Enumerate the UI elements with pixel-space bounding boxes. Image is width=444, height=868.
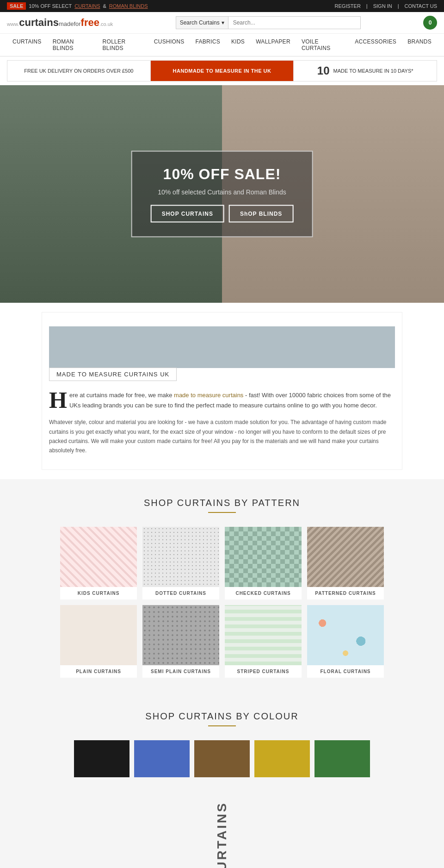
dotted-label: DOTTED CURTAINS [142,587,219,599]
floral-label: FLORAL CURTAINS [307,665,384,678]
colour-yellow[interactable] [254,740,310,777]
top-curtains-link[interactable]: CURTAINS [74,3,100,9]
nav-fabrics[interactable]: FABRICS [190,34,225,50]
shop-colour-title: SHOP CURTAINS BY COLOUR [9,711,435,722]
floral-swatch [307,605,384,665]
logo-www: www. [7,21,19,27]
hero-title: 10% OFF SALE! [151,166,294,183]
content-banner-image [49,326,395,368]
curtains-column: CURTAINS [183,800,261,868]
header: www.curtainsmadeforfree.co.uk Search Cur… [0,12,444,34]
shop-curtains-button[interactable]: SHOP CURTAINS [151,205,224,223]
striped-label: STRIPED CURTAINS [225,665,302,678]
measure-banner: 10 MADE TO MEASURE IN 10 DAYS* [294,61,437,81]
content-body: MADE TO MEASURE CURTAINS UK H ere at cur… [49,368,395,456]
content-paragraph1: H ere at curtains made for free, we make… [49,390,395,411]
nav-voile-curtains[interactable]: VOILE CURTAINS [296,34,349,56]
search-dropdown[interactable]: Search Curtains ▾ [176,16,228,29]
logo[interactable]: www.curtainsmadeforfree.co.uk [7,17,113,29]
striped-swatch [225,605,302,665]
pattern-semi[interactable]: SEMI PLAIN CURTAINS [142,605,219,678]
pattern-patterned[interactable]: PATTERNED CURTAINS [307,527,384,599]
nav-roller-blinds[interactable]: ROLLER BLINDS [97,34,148,56]
contact-link[interactable]: CONTACT US [405,3,438,9]
register-link[interactable]: REGISTER [335,3,361,9]
shop-pattern-title: SHOP CURTAINS BY PATTERN [9,498,435,508]
pattern-striped[interactable]: STRIPED CURTAINS [225,605,302,678]
main-nav: CURTAINS ROMAN BLINDS ROLLER BLINDS CUSH… [0,34,444,56]
colour-divider [208,725,236,726]
section-divider [208,512,236,513]
cart-count: 0 [429,19,432,26]
semi-label: SEMI PLAIN CURTAINS [142,665,219,678]
shop-pattern-section: SHOP CURTAINS BY PATTERN KIDS CURTAINS D… [0,479,444,702]
patterned-label: PATTERNED CURTAINS [307,587,384,599]
pattern-plain[interactable]: PLAIN CURTAINS [60,605,137,678]
hero-overlay: 10% OFF SALE! 10% off selected Curtains … [131,151,313,237]
kids-label: KIDS CURTAINS [60,587,137,599]
promo-text: 10% OFF SELECT [29,3,72,9]
amp-symbol: & [103,3,106,9]
logo-domain: .co.uk [99,21,113,27]
hero-subtitle: 10% off selected Curtains and Roman Blin… [151,188,294,196]
sale-badge: SALE [7,2,26,10]
shop-colour-section: SHOP CURTAINS BY COLOUR [0,702,444,796]
patterned-swatch [307,527,384,587]
colour-blue[interactable] [134,740,190,777]
checked-swatch [225,527,302,587]
banner-strip: FREE UK DELIVERY ON ORDERS OVER £500 HAN… [7,60,437,81]
pattern-dotted[interactable]: DOTTED CURTAINS [142,527,219,599]
signin-link[interactable]: SIGN IN [373,3,392,9]
logo-curtains: curtains [19,17,59,28]
logo-free: free [81,17,99,28]
top-bar: SALE 10% OFF SELECT CURTAINS & ROMAN BLI… [0,0,444,12]
top-bar-left: SALE 10% OFF SELECT CURTAINS & ROMAN BLI… [7,2,148,10]
handmade-banner[interactable]: HANDMADE TO MEASURE IN THE UK [151,61,294,81]
colour-green[interactable] [314,740,370,777]
nav-kids[interactable]: KIDS [226,34,250,50]
pattern-checked[interactable]: CHECKED CURTAINS [225,527,302,599]
dotted-swatch [142,527,219,587]
hero-buttons: SHOP CURTAINS ShOP BLINDS [151,205,294,223]
made-to-measure-link[interactable]: made to measure curtains [174,392,243,399]
delivery-banner: FREE UK DELIVERY ON ORDERS OVER £500 [7,61,151,81]
content-paragraph2: Whatever style, colour and material you … [49,418,395,456]
search-area: Search Curtains ▾ [176,16,361,29]
nav-cushions[interactable]: CUSHIONS [148,34,190,50]
drop-cap-H: H [49,390,67,410]
pattern-kids[interactable]: KIDS CURTAINS [60,527,137,599]
pattern-floral[interactable]: FLORAL CURTAINS [307,605,384,678]
shop-blinds-button[interactable]: ShOP BLINDS [229,205,293,223]
top-blinds-link[interactable]: ROMAN BLINDS [109,3,148,9]
curtains-text-section: CURTAINS [0,796,444,868]
semi-swatch [142,605,219,665]
logo-madefor: madefor [59,20,81,27]
kids-swatch [60,527,137,587]
chevron-down-icon: ▾ [222,19,224,26]
section-title-tag: MADE TO MEASURE CURTAINS UK [49,368,177,381]
colour-grid [60,740,384,777]
plain-label: PLAIN CURTAINS [60,665,137,678]
cart-icon[interactable]: 0 [423,16,437,30]
content-section: MADE TO MEASURE CURTAINS UK H ere at cur… [42,312,402,470]
curtains-vertical-text: CURTAINS [215,800,229,868]
colour-black[interactable] [74,740,130,777]
pattern-grid: KIDS CURTAINS DOTTED CURTAINS CHECKED CU… [60,527,384,678]
nav-brands[interactable]: BRANDS [402,34,437,50]
hero-banner: 10% OFF SALE! 10% off selected Curtains … [0,85,444,303]
nav-wallpaper[interactable]: WALLPAPER [250,34,296,50]
checked-label: CHECKED CURTAINS [225,587,302,599]
search-input[interactable] [228,16,361,29]
colour-brown[interactable] [194,740,250,777]
nav-accessories[interactable]: ACCESSORIES [349,34,402,50]
top-bar-right: REGISTER | SIGN IN | CONTACT US [335,3,437,9]
plain-swatch [60,605,137,665]
nav-roman-blinds[interactable]: ROMAN BLINDS [47,34,97,56]
nav-curtains[interactable]: CURTAINS [7,34,47,50]
